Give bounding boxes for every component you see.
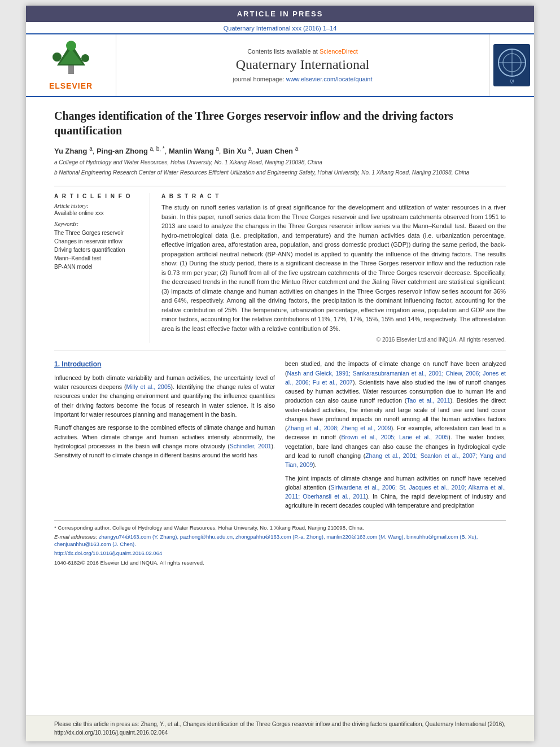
- body-col-left: 1. Introduction Influenced by both clima…: [54, 359, 275, 514]
- keyword-4: Mann–Kendall test: [54, 254, 143, 263]
- affiliation-b: b National Engineering Research Center o…: [54, 169, 506, 177]
- section1-heading: 1. Introduction: [54, 359, 275, 370]
- journal-citation-line: Quaternary International xxx (2016) 1–14: [26, 22, 534, 33]
- article-in-press-banner: ARTICLE IN PRESS: [26, 6, 534, 22]
- section1-para2: Runoff changes are response to the combi…: [54, 423, 275, 460]
- journal-header: ELSEVIER Contents lists available at Sci…: [26, 33, 534, 97]
- authors-line: Yu Zhang a, Ping-an Zhong a, b, *, Manli…: [54, 146, 506, 155]
- footer-citation-bar: Please cite this article in press as: Zh…: [26, 715, 534, 741]
- section1-para1: Influenced by both climate variability a…: [54, 373, 275, 419]
- article-title: Changes identification of the Three Gorg…: [54, 108, 506, 138]
- journal-header-right: QI: [489, 34, 534, 96]
- abstract-col: A B S T R A C T The study on runoff seri…: [161, 193, 506, 343]
- issn-footnote: 1040-6182/© 2016 Elsevier Ltd and INQUA.…: [54, 559, 506, 566]
- doi-footnote[interactable]: http://dx.doi.org/10.1016/j.quaint.2016.…: [54, 549, 506, 557]
- quaternary-logo-icon: QI: [495, 46, 529, 85]
- footnotes-section: * Corresponding author. College of Hydro…: [54, 520, 506, 566]
- footer-citation-text: Please cite this article in press as: Zh…: [54, 721, 505, 736]
- abstract-text: The study on runoff series variation is …: [161, 203, 506, 333]
- svg-point-5: [81, 54, 89, 62]
- sciencedirect-link[interactable]: ScienceDirect: [320, 48, 358, 55]
- abstract-title: A B S T R A C T: [161, 193, 506, 199]
- corresponding-footnote: * Corresponding author. College of Hydro…: [54, 524, 506, 531]
- article-history-label: Article history:: [54, 203, 143, 209]
- copyright-line: © 2016 Elsevier Ltd and INQUA. All right…: [161, 337, 506, 343]
- section-divider: [54, 351, 506, 351]
- article-info-abstract-section: A R T I C L E I N F O Article history: A…: [54, 186, 506, 343]
- journal-homepage-link[interactable]: www.elsevier.com/locate/quaint: [286, 76, 373, 82]
- keyword-2: Changes in reservoir inflow: [54, 237, 143, 246]
- svg-rect-1: [68, 65, 74, 74]
- main-content: Changes identification of the Three Gorg…: [26, 97, 534, 709]
- article-info-title: A R T I C L E I N F O: [54, 193, 143, 199]
- email-footnote: E-mail addresses: zhangyu74@163.com (Y. …: [54, 533, 506, 548]
- body-col-right: been studied, and the impacts of climate…: [285, 359, 506, 514]
- elsevier-wordmark: ELSEVIER: [49, 81, 93, 90]
- keywords-label: Keywords:: [54, 221, 143, 227]
- svg-text:QI: QI: [510, 79, 514, 84]
- journal-name-display: Quaternary International: [236, 57, 370, 72]
- affiliation-a: a College of Hydrology and Water Resourc…: [54, 159, 506, 167]
- svg-point-4: [53, 53, 62, 62]
- banner-text: ARTICLE IN PRESS: [237, 10, 323, 18]
- article-history-value: Available online xxx: [54, 210, 143, 216]
- elsevier-logo: ELSEVIER: [46, 40, 97, 90]
- contents-available: Contents lists available at ScienceDirec…: [247, 48, 358, 55]
- journal-header-center: Contents lists available at ScienceDirec…: [116, 34, 489, 96]
- article-info-col: A R T I C L E I N F O Article history: A…: [54, 193, 150, 343]
- elsevier-tree-icon: [46, 40, 97, 80]
- keyword-1: The Three Gorges reservoir: [54, 229, 143, 237]
- quaternary-logo: QI: [493, 44, 530, 86]
- keyword-5: BP-ANN model: [54, 263, 143, 271]
- section1-right-para2: The joint impacts of climate change and …: [285, 474, 506, 510]
- journal-homepage-line: journal homepage: www.elsevier.com/locat…: [233, 76, 372, 82]
- keyword-3: Driving factors quantification: [54, 246, 143, 254]
- email-addresses: zhangyu74@163.com (Y. Zhang), pazhong@hh…: [54, 534, 478, 547]
- section1-right-para1: been studied, and the impacts of climate…: [285, 359, 506, 469]
- body-text-section: 1. Introduction Influenced by both clima…: [54, 359, 506, 514]
- journal-header-left: ELSEVIER: [26, 34, 116, 96]
- svg-point-6: [66, 41, 76, 51]
- journal-citation: Quaternary International xxx (2016) 1–14: [224, 25, 337, 32]
